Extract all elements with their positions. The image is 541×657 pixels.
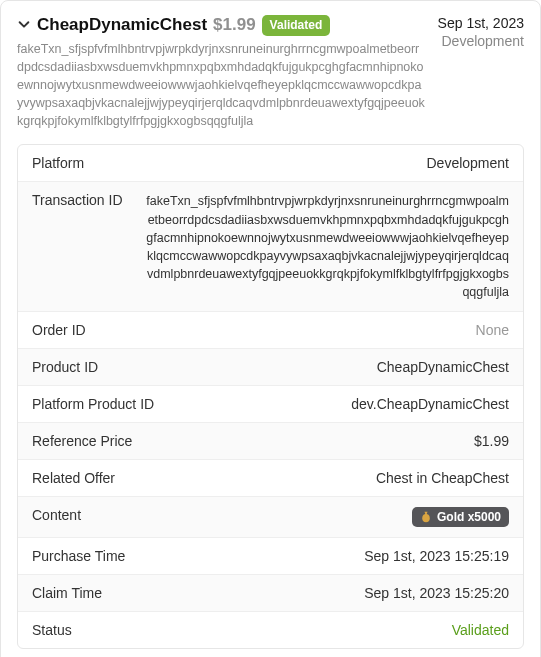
header-date: Sep 1st, 2023 bbox=[438, 15, 524, 31]
label-order-id: Order ID bbox=[32, 322, 86, 338]
row-related-offer: Related Offer Chest in CheapChest bbox=[18, 460, 523, 497]
product-title: CheapDynamicChest bbox=[37, 15, 207, 35]
gold-badge-label: Gold x5000 bbox=[437, 510, 501, 524]
label-reference-price: Reference Price bbox=[32, 433, 132, 449]
row-reference-price: Reference Price $1.99 bbox=[18, 423, 523, 460]
row-content: Content Gold x5000 bbox=[18, 497, 523, 538]
transaction-card: CheapDynamicChest $1.99 Validated fakeTx… bbox=[0, 0, 541, 657]
row-purchase-time: Purchase Time Sep 1st, 2023 15:25:19 bbox=[18, 538, 523, 575]
header-left: CheapDynamicChest $1.99 Validated fakeTx… bbox=[17, 15, 426, 130]
header-env: Development bbox=[438, 33, 524, 49]
status-badge: Validated bbox=[262, 15, 331, 36]
label-content: Content bbox=[32, 507, 81, 523]
chevron-down-icon[interactable] bbox=[17, 17, 31, 34]
label-transaction-id: Transaction ID bbox=[32, 192, 123, 208]
value-related-offer: Chest in CheapChest bbox=[376, 470, 509, 486]
label-purchase-time: Purchase Time bbox=[32, 548, 125, 564]
gold-badge: Gold x5000 bbox=[412, 507, 509, 527]
row-product-id: Product ID CheapDynamicChest bbox=[18, 349, 523, 386]
product-price: $1.99 bbox=[213, 15, 256, 35]
value-content: Gold x5000 bbox=[412, 507, 509, 527]
title-row: CheapDynamicChest $1.99 Validated bbox=[17, 15, 426, 36]
value-status: Validated bbox=[452, 622, 509, 638]
details-table: Platform Development Transaction ID fake… bbox=[17, 144, 524, 649]
row-status: Status Validated bbox=[18, 612, 523, 648]
label-claim-time: Claim Time bbox=[32, 585, 102, 601]
value-purchase-time: Sep 1st, 2023 15:25:19 bbox=[364, 548, 509, 564]
transaction-hash-sub: fakeTxn_sfjspfvfmlhbntrvpjwrpkdyrjnxsnru… bbox=[17, 40, 426, 131]
row-platform-product-id: Platform Product ID dev.CheapDynamicChes… bbox=[18, 386, 523, 423]
label-related-offer: Related Offer bbox=[32, 470, 115, 486]
value-transaction-id: fakeTxn_sfjspfvfmlhbntrvpjwrpkdyrjnxsnru… bbox=[143, 192, 509, 301]
row-claim-time: Claim Time Sep 1st, 2023 15:25:20 bbox=[18, 575, 523, 612]
label-status: Status bbox=[32, 622, 72, 638]
value-claim-time: Sep 1st, 2023 15:25:20 bbox=[364, 585, 509, 601]
row-order-id: Order ID None bbox=[18, 312, 523, 349]
value-reference-price: $1.99 bbox=[474, 433, 509, 449]
value-platform-product-id: dev.CheapDynamicChest bbox=[351, 396, 509, 412]
row-transaction-id: Transaction ID fakeTxn_sfjspfvfmlhbntrvp… bbox=[18, 182, 523, 312]
label-platform: Platform bbox=[32, 155, 84, 171]
label-platform-product-id: Platform Product ID bbox=[32, 396, 154, 412]
row-platform: Platform Development bbox=[18, 145, 523, 182]
moneybag-icon bbox=[420, 511, 432, 523]
value-order-id: None bbox=[476, 322, 509, 338]
value-platform: Development bbox=[427, 155, 510, 171]
label-product-id: Product ID bbox=[32, 359, 98, 375]
value-product-id: CheapDynamicChest bbox=[377, 359, 509, 375]
card-header: CheapDynamicChest $1.99 Validated fakeTx… bbox=[17, 15, 524, 130]
header-right: Sep 1st, 2023 Development bbox=[438, 15, 524, 49]
